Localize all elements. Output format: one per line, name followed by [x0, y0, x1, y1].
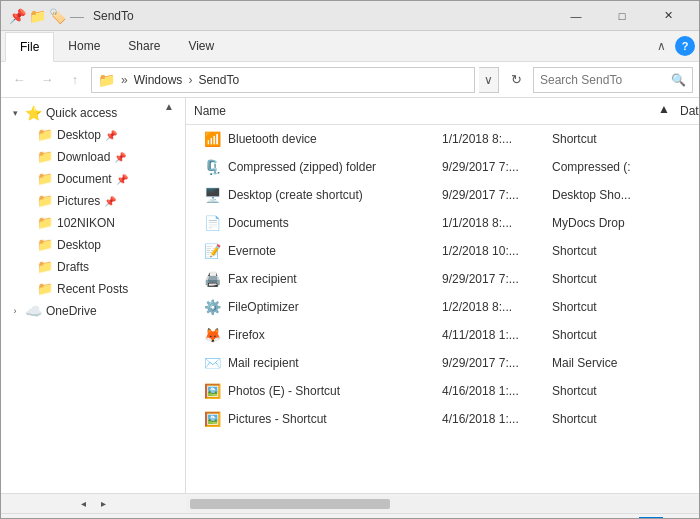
- window-title: SendTo: [93, 9, 553, 23]
- file-name: Evernote: [228, 244, 276, 258]
- col-date[interactable]: Date modified: [672, 98, 699, 125]
- onedrive-label: OneDrive: [46, 304, 97, 318]
- folder-icon: 📁: [37, 259, 53, 275]
- sidebar-scroll-left[interactable]: ◂: [76, 496, 92, 512]
- tab-view[interactable]: View: [174, 31, 228, 61]
- address-separator-1: »: [121, 73, 128, 87]
- file-type: Mail Service: [544, 352, 664, 374]
- address-dropdown-button[interactable]: ∨: [479, 67, 499, 93]
- title-bar: 📌 📁 🏷️ — SendTo — □ ✕: [1, 1, 699, 31]
- sidebar-item-desktop-pinned[interactable]: 📁 Desktop 📌: [1, 124, 185, 146]
- table-row[interactable]: 🖨️ Fax recipient 9/29/2017 7:... Shortcu…: [186, 265, 672, 293]
- file-name: Desktop (create shortcut): [228, 188, 363, 202]
- col-name[interactable]: Name ▲: [186, 98, 672, 125]
- tab-share[interactable]: Share: [114, 31, 174, 61]
- file-list: Name ▲ Date modified Type 📶 Bluetooth de…: [186, 98, 699, 493]
- file-date: 1/2/2018 10:...: [434, 240, 544, 262]
- horizontal-scrollbar[interactable]: [186, 496, 699, 512]
- sidebar-item-102nikon[interactable]: 📁 102NIKON: [1, 212, 185, 234]
- file-icon: 🦊: [202, 325, 222, 345]
- file-date: 9/29/2017 7:...: [434, 184, 544, 206]
- table-row[interactable]: 🦊 Firefox 4/11/2018 1:... Shortcut: [186, 321, 672, 349]
- file-name: Pictures - Shortcut: [228, 412, 327, 426]
- sidebar-item-drafts[interactable]: 📁 Drafts: [1, 256, 185, 278]
- close-button[interactable]: ✕: [645, 1, 691, 31]
- sidebar-item-label: Document: [57, 172, 112, 186]
- file-date: 1/1/2018 8:...: [434, 128, 544, 150]
- file-name: Bluetooth device: [228, 132, 317, 146]
- search-icon[interactable]: 🔍: [671, 73, 686, 87]
- hscroll-thumb[interactable]: [190, 499, 390, 509]
- table-row[interactable]: 🗜️ Compressed (zipped) folder 9/29/2017 …: [186, 153, 672, 181]
- tab-home[interactable]: Home: [54, 31, 114, 61]
- ribbon-collapse-icon[interactable]: ∧: [651, 36, 671, 56]
- onedrive-icon: ☁️: [25, 303, 42, 319]
- pin-icon: 📌: [9, 8, 25, 24]
- file-date: 9/29/2017 7:...: [434, 156, 544, 178]
- file-type: Shortcut: [544, 408, 664, 430]
- file-icon: ⚙️: [202, 297, 222, 317]
- file-name: Compressed (zipped) folder: [228, 160, 376, 174]
- sidebar-item-desktop[interactable]: 📁 Desktop: [1, 234, 185, 256]
- table-row[interactable]: 🖼️ Pictures - Shortcut 4/16/2018 1:... S…: [186, 405, 672, 433]
- sidebar-scroll-right[interactable]: ▸: [96, 496, 112, 512]
- bottom-bar: ◂ ▸: [1, 493, 699, 513]
- search-input[interactable]: [540, 73, 671, 87]
- sidebar-item-label: Pictures: [57, 194, 100, 208]
- ribbon-tabs: File Home Share View ∧ ?: [1, 31, 699, 61]
- onedrive-expand-icon: ›: [7, 303, 23, 319]
- sidebar-item-pictures[interactable]: 📁 Pictures 📌: [1, 190, 185, 212]
- pin-icon: 📌: [116, 174, 128, 185]
- address-separator-2: ›: [188, 73, 192, 87]
- file-type: Shortcut: [544, 240, 664, 262]
- sidebar-item-label: Desktop: [57, 128, 101, 142]
- refresh-button[interactable]: ↻: [503, 67, 529, 93]
- sidebar-item-label: Drafts: [57, 260, 89, 274]
- table-row[interactable]: 🖼️ Photos (E) - Shortcut 4/16/2018 1:...…: [186, 377, 672, 405]
- tag-icon: 🏷️: [49, 8, 65, 24]
- file-icon: 🖼️: [202, 381, 222, 401]
- sidebar-item-documents[interactable]: 📁 Document 📌: [1, 168, 185, 190]
- file-name: Photos (E) - Shortcut: [228, 384, 340, 398]
- file-date: 4/11/2018 1:...: [434, 324, 544, 346]
- address-crumb-sendto: SendTo: [198, 73, 239, 87]
- folder-icon: 📁: [37, 237, 53, 253]
- quick-access-label: Quick access: [46, 106, 117, 120]
- table-row[interactable]: 📄 Documents 1/1/2018 8:... MyDocs Drop: [186, 209, 672, 237]
- file-date: 4/16/2018 1:...: [434, 408, 544, 430]
- table-row[interactable]: ⚙️ FileOptimizer 1/2/2018 8:... Shortcut: [186, 293, 672, 321]
- sidebar: ▲ ▾ ⭐ Quick access 📁 Desktop 📌 📁 Downloa…: [1, 98, 186, 493]
- back-button[interactable]: ←: [7, 68, 31, 92]
- address-bar: ← → ↑ 📁 » Windows › SendTo ∨ ↻ 🔍: [1, 62, 699, 98]
- forward-button[interactable]: →: [35, 68, 59, 92]
- sidebar-quick-access-header[interactable]: ▾ ⭐ Quick access: [1, 102, 185, 124]
- table-row[interactable]: 🖥️ Desktop (create shortcut) 9/29/2017 7…: [186, 181, 672, 209]
- file-name: Mail recipient: [228, 356, 299, 370]
- table-row[interactable]: 📶 Bluetooth device 1/1/2018 8:... Shortc…: [186, 125, 672, 153]
- up-button[interactable]: ↑: [63, 68, 87, 92]
- folder-icon: 📁: [37, 281, 53, 297]
- ribbon: File Home Share View ∧ ?: [1, 31, 699, 62]
- minimize-button[interactable]: —: [553, 1, 599, 31]
- file-type: Shortcut: [544, 324, 664, 346]
- file-icon: ✉️: [202, 353, 222, 373]
- sidebar-item-recent-posts[interactable]: 📁 Recent Posts: [1, 278, 185, 300]
- tab-file[interactable]: File: [5, 32, 54, 62]
- maximize-button[interactable]: □: [599, 1, 645, 31]
- dash-icon: —: [69, 8, 85, 24]
- help-button[interactable]: ?: [675, 36, 695, 56]
- sidebar-item-download[interactable]: 📁 Download 📌: [1, 146, 185, 168]
- sidebar-onedrive[interactable]: › ☁️ OneDrive: [1, 300, 185, 322]
- table-row[interactable]: ✉️ Mail recipient 9/29/2017 7:... Mail S…: [186, 349, 672, 377]
- address-path[interactable]: 📁 » Windows › SendTo: [91, 67, 475, 93]
- search-box[interactable]: 🔍: [533, 67, 693, 93]
- table-row[interactable]: 📝 Evernote 1/2/2018 10:... Shortcut: [186, 237, 672, 265]
- sidebar-scroll-up-icon[interactable]: ▲: [161, 98, 177, 114]
- address-folder-icon: 📁: [98, 72, 115, 88]
- pin-icon: 📌: [114, 152, 126, 163]
- sidebar-item-label: 102NIKON: [57, 216, 115, 230]
- sidebar-scroll-area: ◂ ▸: [1, 494, 186, 514]
- file-icon: 🗜️: [202, 157, 222, 177]
- file-date: 1/1/2018 8:...: [434, 212, 544, 234]
- file-icon: 📶: [202, 129, 222, 149]
